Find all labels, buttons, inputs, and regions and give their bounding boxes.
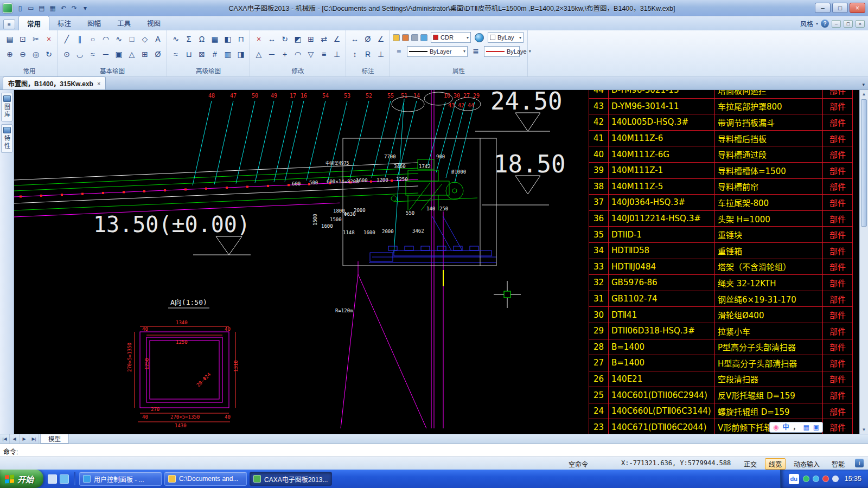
model-tab[interactable]: 模型 [40, 434, 69, 444]
start-button[interactable]: 开始 [0, 470, 43, 488]
symbol-icon[interactable]: Ω [196, 32, 208, 46]
save-icon[interactable]: ▤ [36, 3, 47, 14]
close-button[interactable]: × [850, 3, 865, 13]
lineweight-icon[interactable]: ≡ [393, 44, 405, 58]
print-icon[interactable]: ▦ [47, 3, 58, 14]
ime-keyboard-icon[interactable]: ▦ [803, 424, 809, 431]
cut-icon[interactable]: ✂ [30, 32, 42, 46]
undo-icon[interactable]: ↶ [58, 3, 69, 14]
mesh-icon[interactable]: # [209, 47, 221, 61]
ribbon-tab-视图[interactable]: 视图 [139, 16, 169, 30]
maximize-button[interactable]: □ [832, 3, 848, 13]
scroll-up-icon[interactable]: ▲ [860, 90, 868, 98]
pan-icon[interactable]: ◎ [30, 47, 42, 61]
model-nav-3[interactable]: ▶| [29, 434, 39, 444]
center-circle-icon[interactable]: ⊙ [61, 47, 73, 61]
open-file-icon[interactable]: ▭ [25, 3, 36, 14]
task-user-panel[interactable]: 用户控制面板 - ... [79, 472, 162, 486]
doc-close-button[interactable]: × [856, 20, 865, 28]
tray-volume-icon[interactable] [832, 476, 839, 482]
tray-green-icon[interactable] [803, 476, 809, 482]
arc-icon[interactable]: ◠ [100, 32, 112, 46]
region-icon[interactable]: ⊠ [196, 47, 208, 61]
layer-dropdown[interactable]: ByLay▾ [488, 32, 524, 43]
ribbon-tab-工具[interactable]: 工具 [109, 16, 139, 30]
hatch-icon[interactable]: ▦ [209, 32, 221, 46]
array-icon[interactable]: ⊞ [305, 32, 317, 46]
mirror-icon[interactable]: ◩ [292, 32, 304, 46]
linewidth-dropdown[interactable]: ByLaye▾ [484, 46, 520, 57]
grid-icon[interactable]: ⊞ [139, 47, 151, 61]
segment-icon[interactable]: ─ [100, 47, 112, 61]
align-icon[interactable]: ⊥ [331, 47, 343, 61]
help-icon[interactable]: ? [821, 20, 829, 28]
minimize-button[interactable]: – [815, 3, 831, 13]
copy-icon[interactable]: ⊡ [17, 32, 29, 46]
stretch-icon[interactable]: ─ [266, 47, 278, 61]
linestyle-dropdown[interactable]: ByLayer▾ [407, 46, 468, 57]
new-file-icon[interactable]: ▯ [15, 3, 25, 14]
document-tab-close-icon[interactable]: × [97, 80, 100, 87]
rectangle-icon[interactable]: □ [126, 32, 138, 46]
circle-icon[interactable]: ○ [87, 32, 99, 46]
doc-minimize-button[interactable]: – [832, 20, 841, 28]
scale-icon[interactable]: △ [253, 47, 265, 61]
scroll-down-icon[interactable]: ▼ [860, 426, 868, 434]
doc-restore-button[interactable]: □ [844, 20, 853, 28]
globe-icon[interactable] [475, 33, 484, 42]
break-icon[interactable]: ▽ [305, 47, 317, 61]
formula-icon[interactable]: Σ [183, 32, 195, 46]
ribbon-tab-图幅[interactable]: 图幅 [79, 16, 109, 30]
block-icon[interactable]: ◧ [222, 32, 234, 46]
layer-lock-icon[interactable] [402, 34, 409, 41]
text-icon[interactable]: A [152, 32, 164, 46]
smart-snap-icon[interactable]: i [855, 459, 864, 467]
browser-icon[interactable] [60, 474, 69, 484]
curve-icon[interactable]: ∿ [170, 32, 182, 46]
color-dropdown[interactable]: CDR▾ [431, 32, 471, 43]
baidu-ime-icon[interactable]: du [789, 474, 799, 484]
ime-punct-mode[interactable]: ， [793, 424, 800, 431]
fillet-icon[interactable]: ◠ [292, 47, 304, 61]
ime-logo-icon[interactable]: ◉ [773, 424, 778, 431]
document-tab[interactable]: 布置图，B1400，315Kw.exb × [3, 76, 106, 89]
command-line[interactable]: 命令: [0, 444, 868, 457]
rotate-icon[interactable]: ↻ [279, 32, 291, 46]
model-nav-0[interactable]: |◀ [0, 434, 10, 444]
show-desktop-icon[interactable] [48, 474, 57, 484]
zoom-out-icon[interactable]: ⊖ [17, 47, 29, 61]
tray-msg-icon[interactable] [813, 476, 819, 482]
redo-icon[interactable]: ↷ [69, 3, 80, 14]
vertical-scrollbar[interactable]: ▲ ▼ [859, 90, 868, 434]
dim-linear-icon[interactable]: ↔ [349, 32, 361, 46]
status-toggle-线宽[interactable]: 线宽 [765, 458, 786, 470]
regen-icon[interactable]: ↻ [43, 47, 55, 61]
layer-print-icon[interactable] [411, 34, 418, 41]
parallel-line-icon[interactable]: ∥ [74, 32, 86, 46]
status-toggle-智能[interactable]: 智能 [828, 458, 848, 470]
side-panel-tab-2[interactable]: 特性 [1, 124, 12, 153]
move-icon[interactable]: ↔ [266, 32, 278, 46]
explode-icon[interactable]: ≡ [318, 47, 330, 61]
polygon-icon[interactable]: ◇ [139, 32, 151, 46]
linetype-list-icon[interactable]: ≣ [470, 44, 482, 58]
triangle-icon[interactable]: △ [126, 47, 138, 61]
channel-icon[interactable]: ⊔ [183, 47, 195, 61]
scrollbar-thumb[interactable] [861, 99, 867, 227]
model-nav-1[interactable]: ◀ [10, 434, 20, 444]
dim-vertical-icon[interactable]: ↕ [349, 47, 361, 61]
hatch2-icon[interactable]: ▥ [222, 47, 234, 61]
status-toggle-正交[interactable]: 正交 [740, 458, 761, 470]
side-panel-tab-1[interactable]: 图库 [1, 93, 12, 121]
main-menu-icon[interactable]: ≡ [3, 20, 15, 29]
layer-light-icon[interactable] [393, 34, 400, 41]
block2-icon[interactable]: ◨ [235, 47, 247, 61]
line-icon[interactable]: ╱ [61, 32, 73, 46]
paste-icon[interactable]: ▤ [4, 32, 16, 46]
zoom-in-icon[interactable]: ⊕ [4, 47, 16, 61]
style-dropdown[interactable]: 风格 [800, 19, 813, 28]
dim-diameter-icon[interactable]: Ø [362, 32, 374, 46]
wavy-line-icon[interactable]: ≈ [87, 47, 99, 61]
wave2-icon[interactable]: ≈ [170, 47, 182, 61]
ribbon-tab-常用[interactable]: 常用 [18, 16, 49, 30]
